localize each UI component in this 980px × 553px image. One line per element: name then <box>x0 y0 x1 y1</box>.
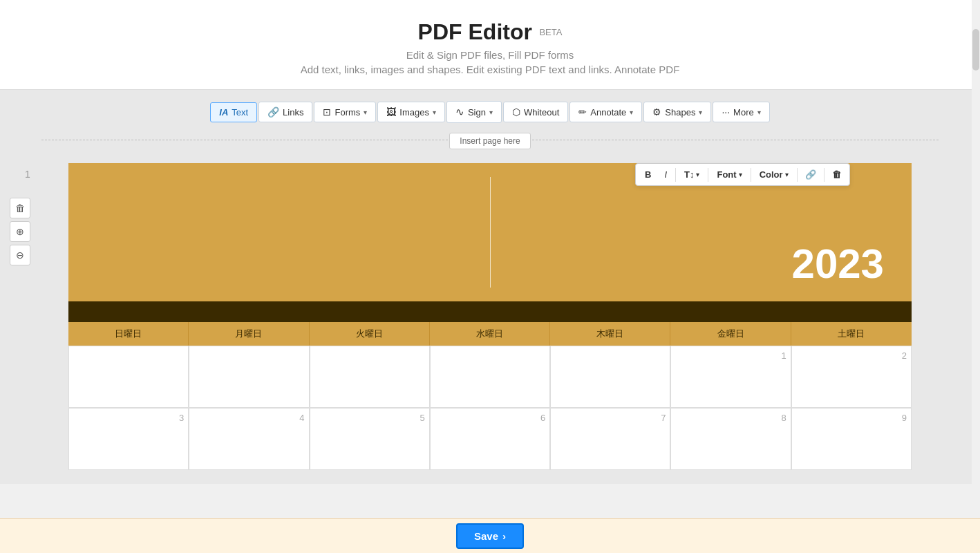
link-icon: 🔗 <box>805 169 816 180</box>
toolbar-sign-label: Sign <box>468 107 486 118</box>
calendar-day-headers: 日曜日 月曜日 火曜日 水曜日 木曜日 金曜日 土曜日 <box>68 322 912 346</box>
shapes-arrow: ▾ <box>699 109 702 116</box>
italic-btn[interactable]: I <box>658 166 673 183</box>
toolbar-images-label: Images <box>399 107 429 118</box>
cal-cell-r2c1: 3 <box>68 408 189 470</box>
font-arrow: ▾ <box>739 171 742 178</box>
save-label: Save <box>474 530 498 542</box>
cal-cell-r1c3 <box>310 346 430 408</box>
toolbar-whiteout-label: Whiteout <box>524 107 559 118</box>
day-sun: 日曜日 <box>68 322 189 346</box>
day-thu: 木曜日 <box>550 322 670 346</box>
zoom-out-icon: ⊖ <box>16 250 24 261</box>
toolbar-text-btn[interactable]: IA Text <box>210 102 257 122</box>
day-tue: 火曜日 <box>310 322 430 346</box>
cal-cell-r2c7: 9 <box>791 408 912 470</box>
delete-page-icon: 🗑 <box>15 203 25 214</box>
title-text: PDF Editor <box>418 19 532 44</box>
cal-cell-r1c1 <box>68 346 189 408</box>
toolbar-shapes-btn[interactable]: ⚙ Shapes ▾ <box>643 102 711 122</box>
calendar-row2: 3 4 5 6 7 8 9 <box>68 408 912 470</box>
whiteout-icon: ⬡ <box>512 106 520 118</box>
zoom-in-btn[interactable]: ⊕ <box>10 221 30 242</box>
images-icon: 🖼 <box>386 106 396 118</box>
toolbar-forms-btn[interactable]: ⊡ Forms ▾ <box>314 102 376 122</box>
toolbar-whiteout-btn[interactable]: ⬡ Whiteout <box>503 102 568 122</box>
pdf-document: B I T↕ ▾ Font ▾ Color ▾ <box>68 163 912 470</box>
scrollbar-thumb[interactable] <box>972 29 979 71</box>
toolbar-divider1 <box>675 168 676 182</box>
cal-cell-r2c4: 6 <box>430 408 550 470</box>
toolbar-shapes-label: Shapes <box>665 107 695 118</box>
font-btn[interactable]: Font ▾ <box>710 166 748 183</box>
scrollbar[interactable] <box>972 0 980 553</box>
cal-cell-r2c6: 8 <box>670 408 791 470</box>
font-label: Font <box>717 169 736 180</box>
save-bar: Save › <box>0 518 980 553</box>
toolbar-divider3 <box>751 168 751 182</box>
text-size-arrow: ▾ <box>696 171 699 178</box>
toolbar-divider5 <box>824 168 824 182</box>
toolbar-forms-label: Forms <box>334 107 360 118</box>
cal-cell-r1c7: 2 <box>791 346 912 408</box>
annotate-icon: ✏ <box>578 106 587 118</box>
annotate-arrow: ▾ <box>630 109 633 116</box>
images-arrow: ▾ <box>433 109 436 116</box>
toolbar-images-btn[interactable]: 🖼 Images ▾ <box>377 102 445 122</box>
color-btn[interactable]: Color ▾ <box>753 166 795 183</box>
day-sat: 土曜日 <box>791 322 912 346</box>
cal-cell-r2c2: 4 <box>189 408 309 470</box>
toolbar-more-btn[interactable]: ··· More ▾ <box>713 102 769 122</box>
main-toolbar: IA Text 🔗 Links ⊡ Forms ▾ 🖼 Images ▾ ∿ S… <box>0 101 980 123</box>
toolbar-annotate-btn[interactable]: ✏ Annotate ▾ <box>569 102 642 122</box>
text-size-label: T↕ <box>684 169 694 180</box>
save-button[interactable]: Save › <box>456 523 524 549</box>
cal-cell-r1c4 <box>430 346 550 408</box>
zoom-in-icon: ⊕ <box>16 226 24 237</box>
cal-cell-r2c3: 5 <box>310 408 430 470</box>
subtitle1: Edit & Sign PDF files, Fill PDF forms <box>14 49 966 61</box>
toolbar-links-btn[interactable]: 🔗 Links <box>258 102 312 122</box>
float-toolbar: B I T↕ ▾ Font ▾ Color ▾ <box>635 163 850 186</box>
delete-btn[interactable]: 🗑 <box>827 166 847 183</box>
sign-arrow: ▾ <box>489 109 493 116</box>
page-area: 1 🗑 ⊕ ⊖ B I T↕ ▾ <box>0 156 980 484</box>
toolbar-divider2 <box>708 168 708 182</box>
zoom-out-btn[interactable]: ⊖ <box>10 245 30 265</box>
page-number: 1 <box>25 169 30 180</box>
shapes-icon: ⚙ <box>652 106 661 118</box>
more-arrow: ▾ <box>757 109 761 116</box>
text-size-btn[interactable]: T↕ ▾ <box>678 166 706 183</box>
cal-cell-r1c6: 1 <box>670 346 791 408</box>
cal-cell-r1c2 <box>189 346 309 408</box>
text-icon: IA <box>219 107 228 118</box>
toolbar-links-label: Links <box>283 107 303 118</box>
app-header: PDF Editor BETA Edit & Sign PDF files, F… <box>0 0 980 89</box>
app-title: PDF Editor BETA <box>14 19 966 45</box>
cal-cell-r2c5: 7 <box>550 408 670 470</box>
delete-icon: 🗑 <box>832 169 841 180</box>
toolbar-area: IA Text 🔗 Links ⊡ Forms ▾ 🖼 Images ▾ ∿ S… <box>0 89 980 484</box>
toolbar-divider4 <box>797 168 798 182</box>
insert-page-btn[interactable]: Insert page here <box>449 133 530 149</box>
color-label: Color <box>760 169 783 180</box>
links-icon: 🔗 <box>267 106 279 118</box>
link-btn[interactable]: 🔗 <box>800 166 822 183</box>
toolbar-text-label: Text <box>232 107 248 118</box>
calendar-year: 2023 <box>792 240 884 288</box>
day-mon: 月曜日 <box>189 322 309 346</box>
bold-btn[interactable]: B <box>639 166 657 183</box>
left-controls: 🗑 ⊕ ⊖ <box>10 198 30 265</box>
color-arrow: ▾ <box>785 171 789 178</box>
calendar-row1: 1 2 <box>68 346 912 408</box>
save-arrow-icon: › <box>502 530 506 542</box>
toolbar-sign-btn[interactable]: ∿ Sign ▾ <box>446 101 502 123</box>
delete-page-btn[interactable]: 🗑 <box>10 198 30 218</box>
day-wed: 水曜日 <box>430 322 550 346</box>
toolbar-annotate-label: Annotate <box>590 107 626 118</box>
more-icon: ··· <box>722 106 730 118</box>
cal-cell-r1c5 <box>550 346 670 408</box>
subtitle2: Add text, links, images and shapes. Edit… <box>14 64 966 75</box>
insert-page-bar: Insert page here <box>0 123 980 156</box>
beta-badge: BETA <box>539 27 562 37</box>
